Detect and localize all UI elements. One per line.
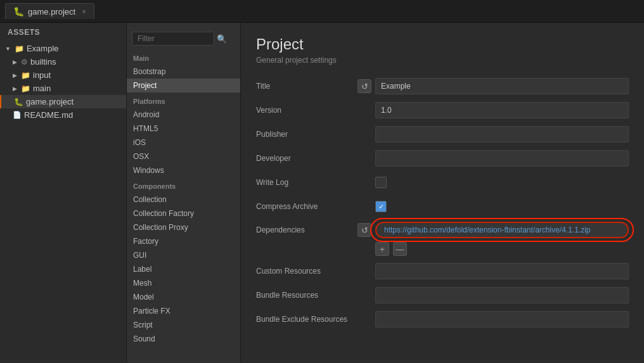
remove-dependency-button[interactable]: — — [393, 242, 407, 256]
custom-resources-input[interactable] — [375, 263, 629, 279]
folder-icon: 📁 — [21, 71, 30, 80]
assets-sidebar: Assets ▼ 📁 Example ▶ ⚙ builtins ▶ 📁 inpu… — [0, 23, 127, 363]
folder-icon: 📁 — [21, 84, 30, 93]
nav-item-html5[interactable]: HTML5 — [127, 122, 240, 136]
publisher-input[interactable] — [375, 126, 629, 143]
sidebar-item-label: input — [33, 70, 51, 80]
bundle-exclude-label: Bundle Exclude Resources — [256, 315, 357, 324]
puzzle-icon: ⚙ — [21, 58, 28, 67]
nav-item-sound[interactable]: Sound — [127, 332, 240, 346]
nav-item-collection-factory[interactable]: Collection Factory — [127, 207, 240, 220]
bundle-resources-input[interactable] — [375, 287, 629, 303]
nav-item-label[interactable]: Label — [127, 262, 240, 276]
compress-archive-row: Compress Archive ✓ — [256, 198, 629, 215]
tab-label: game.project — [28, 7, 75, 16]
tab-icon: 🐛 — [13, 6, 24, 16]
nav-item-gui[interactable]: GUI — [127, 248, 240, 262]
dependencies-reset-button[interactable]: ↺ — [357, 223, 371, 237]
page-title: Project — [256, 35, 629, 53]
sidebar-item-input[interactable]: ▶ 📁 input — [0, 68, 126, 82]
title-row: Title ↺ — [256, 77, 629, 95]
nav-item-model[interactable]: Model — [127, 290, 240, 304]
sidebar-item-example[interactable]: ▼ 📁 Example — [0, 42, 126, 55]
section-main-label: Main — [127, 49, 240, 65]
compress-archive-checkbox[interactable]: ✓ — [375, 201, 387, 212]
bundle-exclude-row: Bundle Exclude Resources — [256, 310, 629, 328]
sidebar-item-label: README.md — [24, 110, 73, 120]
write-log-row: Write Log — [256, 174, 629, 191]
bundle-resources-row: Bundle Resources — [256, 286, 629, 304]
sidebar-item-label: main — [33, 84, 51, 93]
custom-resources-row: Custom Resources — [256, 262, 629, 280]
write-log-label: Write Log — [256, 178, 357, 187]
publisher-row: Publisher — [256, 125, 629, 143]
sidebar-item-readme[interactable]: 📄 README.md — [0, 108, 126, 122]
bundle-resources-label: Bundle Resources — [256, 291, 357, 300]
arrow-icon: ▼ — [5, 46, 11, 52]
sidebar-item-label: builtins — [30, 57, 56, 67]
filter-bar: 🔍 — [127, 28, 240, 49]
nav-item-collection[interactable]: Collection — [127, 193, 240, 207]
nav-item-factory[interactable]: Factory — [127, 234, 240, 248]
dependencies-label: Dependencies — [256, 226, 357, 234]
tab-close-button[interactable]: × — [82, 8, 86, 15]
gear-icon: 🐛 — [14, 98, 23, 106]
search-icon[interactable]: 🔍 — [217, 34, 227, 44]
folder-icon: 📁 — [15, 44, 24, 53]
page-subtitle: General project settings — [256, 56, 629, 65]
filter-input[interactable] — [132, 32, 214, 46]
section-components-label: Components — [127, 177, 240, 193]
nav-item-collection-proxy[interactable]: Collection Proxy — [127, 220, 240, 234]
assets-title: Assets — [0, 23, 126, 42]
settings-nav-panel: 🔍 Main Bootstrap Project Platforms Andro… — [127, 23, 241, 363]
project-settings-panel: Project General project settings Title ↺… — [241, 23, 644, 363]
developer-label: Developer — [256, 154, 357, 163]
top-bar: 🐛 game.project × — [0, 0, 644, 23]
sidebar-item-label: game.project — [26, 97, 74, 106]
dependencies-row: Dependencies ↺ + — — [256, 222, 629, 256]
nav-item-android[interactable]: Android — [127, 108, 240, 122]
version-input[interactable] — [375, 102, 629, 118]
version-label: Version — [256, 106, 357, 115]
publisher-label: Publisher — [256, 130, 357, 139]
game-project-tab[interactable]: 🐛 game.project × — [5, 3, 94, 19]
title-reset-button[interactable]: ↺ — [357, 79, 371, 93]
custom-resources-label: Custom Resources — [256, 267, 357, 276]
developer-row: Developer — [256, 150, 629, 167]
nav-item-osx[interactable]: OSX — [127, 150, 240, 163]
sidebar-item-label: Example — [27, 44, 59, 53]
section-platforms-label: Platforms — [127, 92, 240, 108]
arrow-icon: ▶ — [13, 86, 17, 92]
arrow-icon: ▶ — [13, 59, 17, 65]
sidebar-item-game-project[interactable]: 🐛 game.project — [0, 95, 126, 108]
version-row: Version — [256, 101, 629, 119]
developer-input[interactable] — [375, 150, 629, 167]
arrow-icon: ▶ — [13, 72, 17, 79]
add-dependency-button[interactable]: + — [375, 242, 389, 256]
nav-item-windows[interactable]: Windows — [127, 163, 240, 177]
compress-archive-label: Compress Archive — [256, 202, 357, 211]
main-content: Assets ▼ 📁 Example ▶ ⚙ builtins ▶ 📁 inpu… — [0, 23, 644, 363]
nav-item-particle-fx[interactable]: Particle FX — [127, 304, 240, 318]
nav-item-mesh[interactable]: Mesh — [127, 276, 240, 290]
sidebar-item-builtins[interactable]: ▶ ⚙ builtins — [0, 55, 126, 68]
sidebar-item-main[interactable]: ▶ 📁 main — [0, 82, 126, 95]
bundle-exclude-input[interactable] — [375, 311, 629, 328]
nav-item-project[interactable]: Project — [127, 79, 240, 92]
file-icon: 📄 — [13, 111, 22, 119]
write-log-checkbox[interactable] — [375, 177, 387, 188]
nav-item-bootstrap[interactable]: Bootstrap — [127, 65, 240, 79]
nav-item-ios[interactable]: iOS — [127, 136, 240, 150]
title-input[interactable] — [375, 78, 629, 94]
dependencies-input[interactable] — [375, 222, 629, 238]
nav-item-script[interactable]: Script — [127, 318, 240, 332]
title-label: Title — [256, 82, 357, 91]
